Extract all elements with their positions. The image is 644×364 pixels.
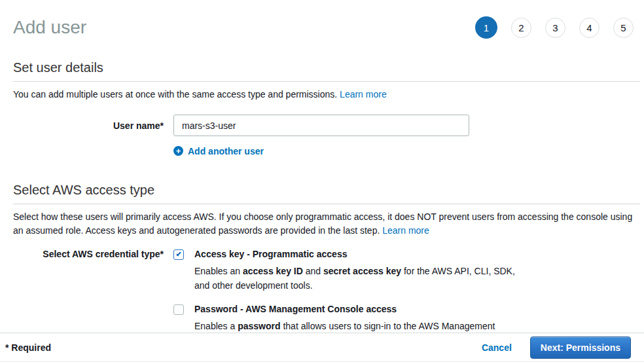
- wizard-step-1-active: 1: [475, 16, 497, 39]
- page-header: Add user 12345: [0, 0, 644, 43]
- access-type-heading: Select AWS access type: [13, 183, 640, 204]
- access-type-intro: Select how these users will primarily ac…: [13, 210, 640, 238]
- required-note: * Required: [5, 342, 51, 353]
- password-option-title: Password - AWS Management Console access: [194, 304, 527, 314]
- credential-option-access-key: ✔Access key - Programmatic accessEnables…: [173, 249, 527, 293]
- credential-type-label: Select AWS credential type*: [13, 249, 164, 259]
- section-access-type: Select AWS access type Select how these …: [13, 183, 640, 348]
- add-another-user-label: Add another user: [188, 146, 264, 156]
- password-checkbox[interactable]: [173, 304, 184, 315]
- user-details-intro: You can add multiple users at once with …: [13, 88, 640, 101]
- wizard-step-4: 4: [579, 18, 599, 38]
- user-details-intro-text: You can add multiple users at once with …: [13, 89, 337, 100]
- access-type-learn-more-link[interactable]: Learn more: [382, 225, 429, 236]
- wizard-footer: * Required Cancel Next: Permissions: [0, 333, 644, 362]
- username-label: User name*: [13, 120, 164, 131]
- page-title: Add user: [13, 17, 86, 38]
- section-user-details: Set user details You can add multiple us…: [13, 60, 640, 156]
- user-details-learn-more-link[interactable]: Learn more: [340, 89, 387, 100]
- wizard-step-3: 3: [545, 18, 565, 38]
- access-key-checkbox[interactable]: ✔: [173, 249, 184, 260]
- next-permissions-button[interactable]: Next: Permissions: [530, 337, 631, 359]
- wizard-steps: 12345: [475, 16, 634, 39]
- main-content: Set user details You can add multiple us…: [0, 60, 644, 348]
- cancel-button[interactable]: Cancel: [482, 342, 512, 353]
- username-row: User name*: [13, 115, 640, 136]
- wizard-step-5: 5: [613, 18, 634, 38]
- add-user-page: Add user 12345 Set user details You can …: [0, 0, 644, 364]
- username-input[interactable]: [173, 115, 469, 136]
- wizard-step-2: 2: [511, 18, 531, 38]
- access-type-intro-text: Select how these users will primarily ac…: [13, 211, 632, 236]
- user-details-heading: Set user details: [13, 60, 640, 82]
- plus-icon: +: [173, 146, 183, 156]
- access-key-option-description: Enables an access key ID and secret acce…: [194, 264, 527, 293]
- access-key-option-title: Access key - Programmatic access: [194, 249, 527, 259]
- add-another-user-button[interactable]: +Add another user: [173, 146, 264, 156]
